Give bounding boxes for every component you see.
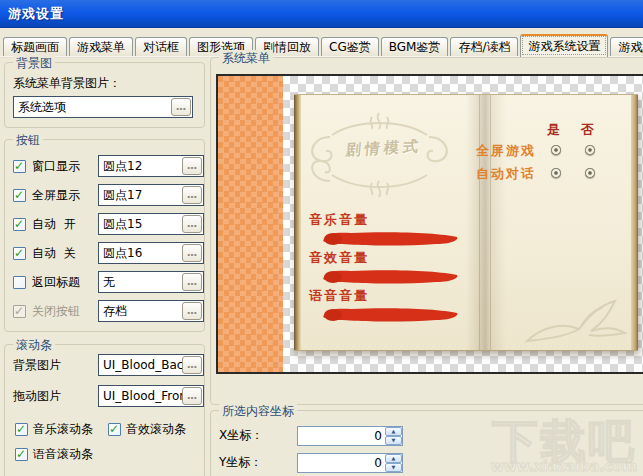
checkbox-return-title[interactable] [13, 276, 26, 289]
voice-volume-slider[interactable] [321, 307, 461, 323]
value-field[interactable]: 圆点16 … [98, 242, 204, 264]
scrollbar-drag-field[interactable]: UI_Blood_Front … [98, 385, 204, 407]
group-title: 滚动条 [13, 337, 55, 354]
x-coord-input[interactable]: 0 ▲ ▼ [297, 426, 403, 446]
row-label: 窗口显示 [32, 158, 98, 175]
tab-title-screen[interactable]: 标题画面 [3, 37, 67, 57]
tab-dialog-box[interactable]: 对话框 [135, 37, 187, 57]
voice-volume-label: 语音音量 [309, 287, 369, 305]
radio-autodialog-no[interactable] [585, 168, 595, 178]
x-coord-label: X坐标： [219, 427, 297, 444]
buttons-group: 按钮 ✓ 窗口显示 圆点12 … ✓ 全屏显示 圆点17 … ✓ 自动 [4, 139, 205, 332]
browse-button[interactable]: … [182, 244, 202, 262]
value-field[interactable]: 圆点17 … [98, 184, 204, 206]
browse-button[interactable]: … [182, 302, 202, 320]
button-row-auto-off: ✓ 自动 关 圆点16 … [13, 242, 204, 264]
x-coord-spinner: ▲ ▼ [385, 427, 402, 445]
browse-button[interactable]: … [182, 356, 202, 374]
radio-autodialog-yes[interactable] [551, 168, 561, 178]
tab-save-load[interactable]: 存档/读档 [450, 37, 518, 57]
check-icon: ✓ [14, 246, 24, 260]
y-coord-input[interactable]: 0 ▲ ▼ [297, 453, 403, 473]
spinner-down-icon[interactable]: ▼ [385, 463, 402, 472]
book-preview: 剧情模式 音乐音量 音效音量 语音音量 是 否 全屏游戏 [294, 94, 638, 351]
scrollbar-bg-field[interactable]: UI_Blood_Back … [98, 354, 204, 376]
scrollbar-group: 滚动条 背景图片 UI_Blood_Back … 拖动图片 UI_Blood_F… [4, 344, 205, 476]
tab-strip: 标题画面 游戏菜单 对话框 图形选项 剧情回放 CG鉴赏 BGM鉴赏 存档/读档… [3, 34, 643, 57]
value-field[interactable]: 圆点15 … [98, 213, 204, 235]
checkbox-sfx-scrollbar[interactable]: ✓ [108, 423, 121, 436]
window-titlebar[interactable]: 游戏设置 [0, 0, 643, 28]
checkbox-auto-off[interactable]: ✓ [13, 247, 26, 260]
button-row-fullscreen-display: ✓ 全屏显示 圆点17 … [13, 184, 204, 206]
tab-game-menu[interactable]: 游戏菜单 [69, 37, 133, 57]
system-menu-bg-label: 系统菜单背景图片： [13, 75, 204, 92]
check-icon: ✓ [14, 159, 24, 173]
value-field[interactable]: 圆点12 … [98, 155, 204, 177]
checkbox-fullscreen-display[interactable]: ✓ [13, 189, 26, 202]
spinner-up-icon[interactable]: ▲ [385, 427, 402, 436]
system-menu-bg-field[interactable]: 系统选项 … [13, 96, 193, 118]
value-field[interactable]: 无 … [98, 271, 204, 293]
button-row-auto-on: ✓ 自动 开 圆点15 … [13, 213, 204, 235]
fold-line [479, 95, 480, 350]
browse-button[interactable]: … [182, 387, 202, 405]
checkbox-voice-scrollbar[interactable]: ✓ [15, 448, 28, 461]
phoenix-ornament-icon [519, 295, 631, 351]
spinner-down-icon[interactable]: ▼ [385, 436, 402, 445]
row-label: 音乐滚动条 [33, 421, 93, 438]
tab-game-system-settings[interactable]: 游戏系统设置 [520, 34, 608, 57]
value-field[interactable]: 存档 … [98, 300, 204, 322]
background-image-group: 背景图 系统菜单背景图片： 系统选项 … [4, 62, 205, 128]
group-title: 所选内容坐标 [219, 403, 297, 420]
row-label: 音效滚动条 [126, 421, 186, 438]
radio-fullscreen-no[interactable] [585, 145, 595, 155]
group-title: 背景图 [13, 55, 55, 72]
row-label: 自动 关 [32, 245, 98, 262]
row-label: 拖动图片 [13, 388, 98, 405]
checkbox-window-display[interactable]: ✓ [13, 160, 26, 173]
row-label: 语音滚动条 [33, 446, 93, 463]
y-coord-spinner: ▲ ▼ [385, 454, 402, 472]
check-icon: ✓ [16, 447, 26, 461]
sfx-volume-label: 音效音量 [309, 249, 369, 267]
music-volume-slider[interactable] [321, 231, 461, 247]
browse-button[interactable]: … [171, 98, 191, 116]
check-icon: ✓ [14, 304, 24, 318]
browse-button[interactable]: … [182, 157, 202, 175]
orange-checker-strip [218, 76, 283, 372]
button-row-close-button: ✓ 关闭按钮 存档 … [13, 300, 204, 322]
tab-cg-gallery[interactable]: CG鉴赏 [321, 37, 379, 57]
row-label: 关闭按钮 [32, 303, 98, 320]
row-label: 返回标题 [32, 274, 98, 291]
no-label: 否 [581, 121, 595, 139]
checkbox-music-scrollbar[interactable]: ✓ [15, 423, 28, 436]
scrollbar-checks-row-1: ✓ 音乐滚动条 ✓ 音效滚动条 [15, 421, 204, 438]
selected-content-coords-group: 所选内容坐标 X坐标： 0 ▲ ▼ Y坐标： 0 ▲ ▼ [210, 410, 643, 476]
button-row-return-title: 返回标题 无 … [13, 271, 204, 293]
tab-game-general[interactable]: 游戏总设 [610, 37, 643, 57]
browse-button[interactable]: … [182, 215, 202, 233]
button-row-window-display: ✓ 窗口显示 圆点12 … [13, 155, 204, 177]
scrollbar-bg-row: 背景图片 UI_Blood_Back … [13, 354, 204, 376]
system-menu-group: 系统菜单 [210, 57, 643, 405]
row-label: 背景图片 [13, 357, 98, 374]
book-center-fold [466, 95, 506, 350]
music-volume-label: 音乐音量 [309, 211, 369, 229]
sfx-volume-slider[interactable] [321, 269, 461, 285]
row-label: 自动 开 [32, 216, 98, 233]
book-right-edge [631, 95, 638, 350]
group-title: 系统菜单 [219, 50, 273, 67]
fold-line [490, 95, 491, 350]
checkbox-close-button: ✓ [13, 305, 26, 318]
system-menu-preview[interactable]: 剧情模式 音乐音量 音效音量 语音音量 是 否 全屏游戏 [216, 74, 643, 374]
radio-fullscreen-yes[interactable] [551, 145, 561, 155]
browse-button[interactable]: … [182, 186, 202, 204]
game-settings-window: 游戏设置 标题画面 游戏菜单 对话框 图形选项 剧情回放 CG鉴赏 BGM鉴赏 … [0, 0, 643, 476]
tab-bgm-gallery[interactable]: BGM鉴赏 [381, 37, 449, 57]
fullscreen-game-label: 全屏游戏 [476, 142, 536, 160]
spinner-up-icon[interactable]: ▲ [385, 454, 402, 463]
yes-label: 是 [547, 121, 561, 139]
browse-button[interactable]: … [182, 273, 202, 291]
checkbox-auto-on[interactable]: ✓ [13, 218, 26, 231]
